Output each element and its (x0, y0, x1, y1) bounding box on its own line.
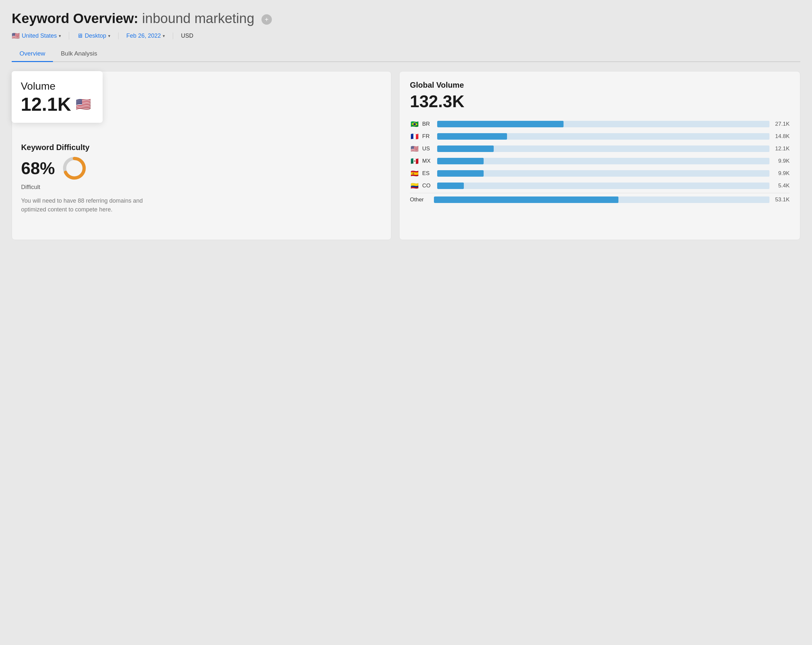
country-code-us: US (422, 145, 434, 152)
bar-container-es (437, 170, 769, 177)
bar-fill-us (437, 145, 494, 152)
country-code-co: CO (422, 183, 434, 189)
page-header: Keyword Overview: inbound marketing + 🇺🇸… (12, 11, 800, 62)
title-keyword: inbound marketing (142, 11, 254, 26)
kd-description: You will need to have 88 referring domai… (21, 197, 145, 214)
add-keyword-button[interactable]: + (261, 14, 272, 25)
other-row: Other 53.1K (410, 193, 789, 203)
country-rows: 🇧🇷 BR 27.1K 🇫🇷 FR 14.8K 🇺🇸 US 12.1K 🇲🇽 M… (410, 120, 789, 190)
filters-row: 🇺🇸 United States ▾ 🖥 Desktop ▾ Feb 26, 2… (12, 32, 800, 40)
country-row-fr: 🇫🇷 FR 14.8K (410, 133, 789, 140)
kd-difficulty-label: Difficult (21, 184, 382, 191)
bar-fill-mx (437, 158, 484, 164)
flag-icon-es: 🇪🇸 (410, 169, 419, 177)
tab-bulk-analysis[interactable]: Bulk Analysis (53, 46, 105, 62)
flag-icon-us: 🇺🇸 (410, 145, 419, 152)
other-label: Other (410, 197, 431, 203)
global-volume-label: Global Volume (410, 81, 789, 90)
date-filter[interactable]: Feb 26, 2022 ▾ (126, 32, 173, 39)
bar-fill-fr (437, 133, 507, 140)
country-flag-icon: 🇺🇸 (12, 32, 20, 40)
device-label: Desktop (85, 32, 106, 39)
other-value: 53.1K (773, 197, 789, 203)
country-value-es: 9.9K (773, 170, 789, 177)
country-value-us: 12.1K (773, 145, 789, 152)
kd-value-row: 68% (21, 155, 382, 181)
flag-icon-co: 🇨🇴 (410, 182, 419, 190)
volume-value-row: 12.1K 🇺🇸 (21, 95, 91, 114)
country-value-fr: 14.8K (773, 133, 789, 140)
keyword-difficulty-section: Keyword Difficulty 68% (21, 143, 382, 214)
device-chevron-icon: ▾ (108, 34, 110, 38)
currency-label: USD (181, 32, 193, 39)
bar-container-us (437, 145, 769, 152)
country-row-es: 🇪🇸 ES 9.9K (410, 169, 789, 177)
bar-fill-br (437, 121, 563, 127)
country-filter[interactable]: 🇺🇸 United States ▾ (12, 32, 69, 40)
kd-donut-chart (61, 155, 87, 181)
left-card-container: Volume 12.1K 🇺🇸 Keyword Difficulty 68% (12, 71, 391, 240)
title-prefix: Keyword Overview: (12, 11, 138, 26)
bar-fill-co (437, 183, 464, 189)
flag-icon-fr: 🇫🇷 (410, 133, 419, 140)
tab-overview[interactable]: Overview (12, 46, 53, 62)
bar-container-br (437, 121, 769, 127)
volume-flag-icon: 🇺🇸 (76, 97, 91, 111)
bar-container-fr (437, 133, 769, 140)
bar-container-co (437, 183, 769, 189)
country-row-br: 🇧🇷 BR 27.1K (410, 120, 789, 128)
tabs-row: Overview Bulk Analysis (12, 46, 800, 62)
kd-label: Keyword Difficulty (21, 143, 382, 152)
volume-value: 12.1K (21, 95, 71, 114)
currency-filter: USD (181, 32, 201, 39)
volume-popup-card: Volume 12.1K 🇺🇸 (12, 71, 103, 123)
country-chevron-icon: ▾ (59, 34, 61, 38)
country-code-br: BR (422, 121, 434, 127)
kd-value: 68% (21, 160, 55, 177)
flag-icon-br: 🇧🇷 (410, 120, 419, 128)
global-volume-value: 132.3K (410, 91, 789, 111)
country-code-es: ES (422, 170, 434, 177)
flag-icon-mx: 🇲🇽 (410, 157, 419, 165)
country-code-mx: MX (422, 158, 434, 164)
country-value-mx: 9.9K (773, 158, 789, 164)
country-code-fr: FR (422, 133, 434, 140)
country-row-mx: 🇲🇽 MX 9.9K (410, 157, 789, 165)
country-value-co: 5.4K (773, 183, 789, 189)
cards-row: Volume 12.1K 🇺🇸 Keyword Difficulty 68% (12, 71, 800, 240)
date-chevron-icon: ▾ (163, 34, 165, 38)
other-bar-container (434, 197, 769, 203)
device-filter[interactable]: 🖥 Desktop ▾ (77, 32, 119, 39)
global-volume-card: Global Volume 132.3K 🇧🇷 BR 27.1K 🇫🇷 FR 1… (399, 71, 800, 240)
country-row-co: 🇨🇴 CO 5.4K (410, 182, 789, 190)
bar-fill-es (437, 170, 484, 177)
country-row-us: 🇺🇸 US 12.1K (410, 145, 789, 152)
bar-container-mx (437, 158, 769, 164)
country-value-br: 27.1K (773, 121, 789, 127)
volume-label: Volume (21, 80, 91, 92)
page-title: Keyword Overview: inbound marketing + (12, 11, 800, 27)
country-label: United States (22, 32, 57, 39)
other-bar-fill (434, 197, 618, 203)
desktop-icon: 🖥 (77, 32, 83, 39)
date-label: Feb 26, 2022 (126, 32, 161, 39)
